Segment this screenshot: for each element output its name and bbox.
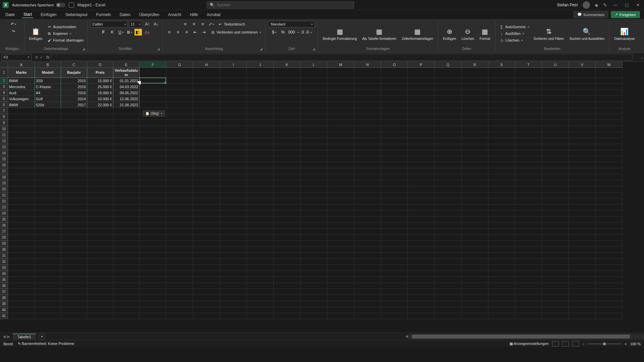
- cell[interactable]: [408, 313, 435, 319]
- save-icon[interactable]: [69, 2, 74, 8]
- cell[interactable]: [381, 68, 408, 78]
- cell[interactable]: [381, 162, 408, 168]
- minimize-button[interactable]: —: [612, 2, 619, 8]
- search-input[interactable]: [217, 3, 351, 7]
- cell[interactable]: [408, 235, 435, 241]
- column-header[interactable]: E: [113, 62, 140, 68]
- cell[interactable]: [435, 120, 462, 126]
- cell[interactable]: [488, 265, 515, 271]
- cell[interactable]: [247, 259, 274, 265]
- cell[interactable]: 15.000 €: [87, 78, 113, 84]
- cell[interactable]: [488, 235, 515, 241]
- cell[interactable]: [193, 114, 220, 120]
- cell[interactable]: [193, 235, 220, 241]
- cell[interactable]: [87, 144, 113, 150]
- percent-button[interactable]: %: [279, 29, 286, 36]
- cell[interactable]: [488, 150, 515, 156]
- cell[interactable]: [408, 198, 435, 204]
- cell[interactable]: [542, 247, 569, 253]
- cell[interactable]: [247, 192, 274, 198]
- cell[interactable]: [381, 241, 408, 247]
- cell[interactable]: [8, 259, 35, 265]
- cell[interactable]: [113, 210, 140, 217]
- cell[interactable]: [274, 108, 301, 114]
- cell[interactable]: [113, 265, 140, 271]
- cell[interactable]: [327, 247, 354, 253]
- cell[interactable]: [569, 138, 596, 144]
- cell[interactable]: [327, 132, 354, 138]
- cell[interactable]: [569, 235, 596, 241]
- cell[interactable]: [247, 138, 274, 144]
- cell[interactable]: [274, 277, 301, 283]
- cell[interactable]: [8, 132, 35, 138]
- cell[interactable]: [569, 120, 596, 126]
- cell[interactable]: [462, 204, 488, 210]
- cell[interactable]: [220, 247, 247, 253]
- cell[interactable]: [247, 217, 274, 223]
- cell[interactable]: 10.000 €: [87, 96, 113, 102]
- cell[interactable]: [381, 168, 408, 174]
- cell[interactable]: [220, 138, 247, 144]
- column-header[interactable]: S: [488, 62, 515, 68]
- column-header[interactable]: D: [87, 62, 113, 68]
- cell[interactable]: [35, 162, 61, 168]
- cell[interactable]: [113, 223, 140, 229]
- cell[interactable]: [140, 138, 166, 144]
- cell[interactable]: [140, 265, 166, 271]
- cell[interactable]: [569, 217, 596, 223]
- cell[interactable]: [87, 301, 113, 307]
- cell[interactable]: [435, 313, 462, 319]
- cell[interactable]: 21.08.2022: [113, 102, 140, 108]
- cell[interactable]: [301, 223, 327, 229]
- cell[interactable]: [274, 126, 301, 132]
- launcher-icon[interactable]: ◢: [260, 47, 262, 51]
- cell[interactable]: [35, 289, 61, 295]
- cell[interactable]: [193, 247, 220, 253]
- cell[interactable]: [87, 108, 113, 114]
- cell[interactable]: 2018: [61, 84, 87, 90]
- cell[interactable]: [381, 132, 408, 138]
- cell[interactable]: [87, 313, 113, 319]
- cell[interactable]: 2015: [61, 78, 87, 84]
- cell[interactable]: [327, 120, 354, 126]
- cell[interactable]: [8, 217, 35, 223]
- cell[interactable]: [462, 241, 488, 247]
- cell[interactable]: [569, 96, 596, 102]
- cell[interactable]: [247, 283, 274, 289]
- cell[interactable]: [327, 259, 354, 265]
- cell[interactable]: [61, 241, 87, 247]
- cell[interactable]: [327, 168, 354, 174]
- cell[interactable]: [381, 307, 408, 313]
- cell[interactable]: [247, 265, 274, 271]
- cell[interactable]: [488, 68, 515, 78]
- cell[interactable]: [220, 102, 247, 108]
- cell[interactable]: [35, 313, 61, 319]
- cell[interactable]: [462, 307, 488, 313]
- cell[interactable]: [408, 265, 435, 271]
- cell[interactable]: [515, 84, 542, 90]
- cell[interactable]: [113, 247, 140, 253]
- cell[interactable]: [8, 307, 35, 313]
- cell[interactable]: [435, 210, 462, 217]
- cell[interactable]: [140, 259, 166, 265]
- zoom-level[interactable]: 100 %: [630, 342, 641, 346]
- merge-button[interactable]: ⊟Verbinden und zentrieren▾: [209, 29, 262, 35]
- cell[interactable]: [247, 223, 274, 229]
- cell[interactable]: [462, 162, 488, 168]
- tab-help[interactable]: Hilfe: [189, 12, 199, 18]
- cell[interactable]: [488, 102, 515, 108]
- cell[interactable]: [35, 265, 61, 271]
- cell[interactable]: [193, 78, 220, 84]
- cell[interactable]: [596, 235, 623, 241]
- cell[interactable]: [61, 313, 87, 319]
- select-all-corner[interactable]: [0, 62, 8, 68]
- cell[interactable]: [381, 271, 408, 277]
- cell[interactable]: [193, 241, 220, 247]
- cell[interactable]: [274, 295, 301, 301]
- cell[interactable]: [462, 277, 488, 283]
- cell[interactable]: [327, 126, 354, 132]
- cell[interactable]: [381, 289, 408, 295]
- row-header[interactable]: 32: [0, 259, 8, 265]
- row-header[interactable]: 14: [0, 150, 8, 156]
- cell[interactable]: [515, 162, 542, 168]
